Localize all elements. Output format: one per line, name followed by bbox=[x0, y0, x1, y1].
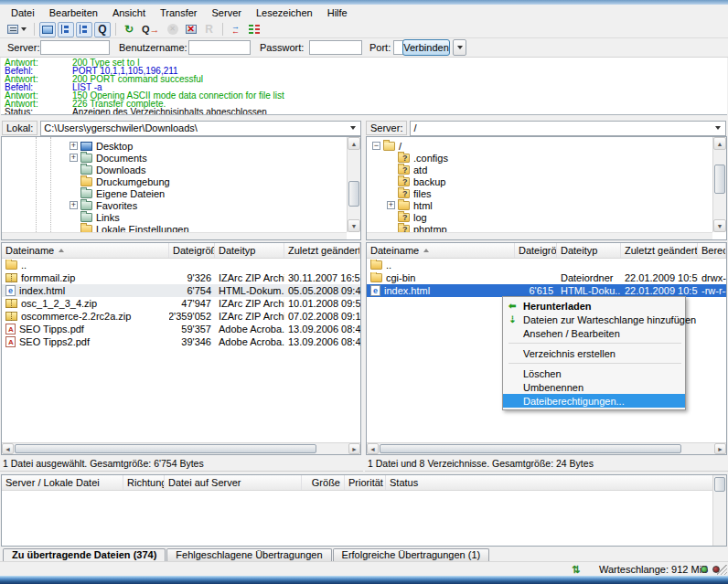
file-row-osc-zip[interactable]: osc_1_2_3_4.zip 47'947IZArc ZIP Archi...… bbox=[2, 297, 360, 310]
tree-item-favorites[interactable]: +Favorites bbox=[70, 199, 347, 211]
expand-icon[interactable]: + bbox=[70, 154, 78, 162]
expand-icon[interactable]: + bbox=[387, 201, 395, 209]
column-header-prioritaet[interactable]: Priorität bbox=[345, 475, 386, 490]
site-manager-button[interactable] bbox=[5, 22, 29, 37]
local-tree-hscrollbar[interactable] bbox=[2, 232, 347, 239]
column-header-dateityp[interactable]: Dateityp bbox=[557, 243, 621, 258]
toggle-log-button[interactable] bbox=[39, 22, 56, 37]
tree-item-atd[interactable]: atd bbox=[372, 164, 712, 175]
column-header-zuletzt-geaendert[interactable]: Zuletzt geändert bbox=[284, 243, 360, 258]
scroll-down-icon[interactable]: ▼ bbox=[713, 219, 726, 232]
local-path-combo[interactable]: C:\Users\ygerschwiler\Downloads\ bbox=[40, 121, 361, 136]
column-header-groesse[interactable]: Größe bbox=[302, 475, 345, 490]
chevron-down-icon[interactable] bbox=[712, 122, 724, 134]
connect-options-dropdown[interactable] bbox=[453, 39, 466, 56]
scroll-right-icon[interactable]: ► bbox=[348, 443, 360, 454]
tab-erfolgreiche-uebertragungen[interactable]: Erfolgreiche Übertragungen (1) bbox=[333, 548, 490, 561]
tree-item-phptmp[interactable]: phptmp bbox=[372, 223, 712, 232]
menu-item-dateiberechtigungen[interactable]: Dateiberechtigungen... bbox=[503, 394, 685, 408]
process-queue-button[interactable]: Q→ bbox=[139, 22, 163, 37]
column-header-berechtigungen[interactable]: Berecht bbox=[698, 243, 726, 258]
collapse-icon[interactable]: − bbox=[372, 142, 380, 150]
filter-button[interactable]: →← bbox=[228, 22, 244, 37]
file-row-up[interactable]: .. bbox=[2, 259, 360, 271]
menu-bearbeiten[interactable]: Bearbeiten bbox=[42, 5, 105, 20]
scroll-up-icon[interactable]: ▲ bbox=[348, 137, 360, 150]
toggle-queue-button[interactable]: Q bbox=[94, 22, 111, 37]
tree-item-downloads[interactable]: Downloads bbox=[70, 164, 347, 175]
remote-path-combo[interactable]: / bbox=[410, 121, 726, 136]
cancel-button[interactable]: ✕ bbox=[165, 22, 181, 37]
menu-ansicht[interactable]: Ansicht bbox=[105, 5, 153, 20]
scroll-thumb[interactable] bbox=[714, 477, 725, 492]
column-header-dateiname[interactable]: Dateiname bbox=[367, 243, 515, 258]
scroll-thumb[interactable] bbox=[380, 444, 681, 453]
column-header-richtung[interactable]: Richtung bbox=[123, 475, 165, 490]
tree-item-root[interactable]: −/ bbox=[372, 140, 712, 152]
local-tree-vscrollbar[interactable]: ▲ ▼ bbox=[347, 137, 360, 232]
disconnect-button[interactable] bbox=[183, 22, 199, 37]
tree-item-links[interactable]: Links bbox=[70, 211, 347, 223]
menu-item-verzeichnis-erstellen[interactable]: Verzeichnis erstellen bbox=[503, 346, 685, 360]
scroll-thumb[interactable] bbox=[348, 181, 359, 207]
queue-vscrollbar[interactable] bbox=[712, 475, 726, 546]
tree-item-log[interactable]: log bbox=[372, 211, 712, 223]
scroll-left-icon[interactable]: ◄ bbox=[2, 443, 14, 454]
column-header-dateigroesse[interactable]: Dateigröße bbox=[169, 243, 215, 258]
tab-zu-uebertragende-dateien[interactable]: Zu übertragende Dateien (374) bbox=[3, 548, 166, 561]
expand-icon[interactable]: + bbox=[70, 142, 78, 150]
tree-item-backup[interactable]: backup bbox=[372, 175, 712, 187]
file-row-seo-tipps-pdf[interactable]: SEO Tipps.pdf 59'357Adobe Acroba...13.09… bbox=[2, 323, 360, 335]
tree-item-lokale-einstellungen[interactable]: Lokale Einstellungen bbox=[70, 223, 347, 232]
tree-item-html[interactable]: +html bbox=[372, 199, 712, 211]
menu-item-umbenennen[interactable]: Umbenennen bbox=[503, 380, 685, 394]
server-input[interactable] bbox=[40, 40, 110, 55]
tree-item-eigene-dateien[interactable]: Eigene Dateien bbox=[70, 187, 347, 199]
tree-item-desktop[interactable]: +Desktop bbox=[70, 140, 347, 152]
tree-item-configs[interactable]: .configs bbox=[372, 152, 712, 164]
local-list-hscrollbar[interactable]: ◄ ► bbox=[2, 442, 360, 454]
menu-transfer[interactable]: Transfer bbox=[153, 5, 205, 20]
refresh-button[interactable]: ↻ bbox=[121, 22, 137, 37]
column-header-dateityp[interactable]: Dateityp bbox=[215, 243, 284, 258]
menu-item-ansehen-bearbeiten[interactable]: Ansehen / Bearbeiten bbox=[503, 326, 685, 340]
tree-item-files[interactable]: files bbox=[372, 187, 712, 199]
column-header-server-lokale-datei[interactable]: Server / Lokale Datei bbox=[2, 475, 123, 490]
directory-comparison-button[interactable] bbox=[246, 22, 262, 37]
menu-item-loeschen[interactable]: Löschen bbox=[503, 366, 685, 380]
reconnect-button[interactable]: R bbox=[201, 22, 218, 37]
toggle-local-tree-button[interactable] bbox=[58, 22, 74, 37]
scroll-right-icon[interactable]: ► bbox=[714, 443, 726, 454]
menu-server[interactable]: Server bbox=[205, 5, 249, 20]
toggle-remote-tree-button[interactable] bbox=[76, 22, 92, 37]
tree-item-druckumgebung[interactable]: Druckumgebung bbox=[70, 175, 347, 187]
file-row-seo-tipps2-pdf[interactable]: SEO Tipps2.pdf 39'346Adobe Acroba...13.0… bbox=[2, 335, 360, 348]
file-row-oscommerce-zip[interactable]: oscommerce-2.2rc2a.zip 2'359'052IZArc ZI… bbox=[2, 310, 360, 323]
column-header-status[interactable]: Status bbox=[386, 475, 726, 490]
chevron-down-icon[interactable] bbox=[347, 122, 359, 134]
scroll-thumb[interactable] bbox=[15, 444, 316, 453]
file-row-index-html-selected[interactable]: index.html 6'615HTML-Doku...22.01.2009 1… bbox=[367, 284, 726, 297]
menu-datei[interactable]: Datei bbox=[4, 5, 42, 20]
menu-item-warteschlange-hinzufuegen[interactable]: ⇣Dateien zur Warteschlange hinzufügen bbox=[503, 313, 685, 326]
scroll-thumb[interactable] bbox=[714, 165, 725, 194]
column-header-datei-auf-server[interactable]: Datei auf Server bbox=[165, 475, 302, 490]
scroll-up-icon[interactable]: ▲ bbox=[713, 137, 726, 150]
menu-hilfe[interactable]: Hilfe bbox=[320, 5, 355, 20]
menu-item-herunterladen[interactable]: ⬅Herunterladen bbox=[503, 299, 685, 313]
file-row-index-html-selected[interactable]: index.html 6'754HTML-Dokum...05.05.2008 … bbox=[2, 284, 360, 297]
remote-list-hscrollbar[interactable]: ◄ ► bbox=[367, 442, 726, 454]
password-input[interactable] bbox=[309, 40, 362, 55]
file-row-cgi-bin[interactable]: cgi-bin Dateiordner22.01.2009 10:59:00dr… bbox=[367, 271, 726, 284]
scroll-left-icon[interactable]: ◄ bbox=[367, 443, 379, 454]
resize-grip-icon[interactable] bbox=[717, 565, 727, 575]
scroll-down-icon[interactable]: ▼ bbox=[348, 219, 360, 232]
column-header-zuletzt-geaendert[interactable]: Zuletzt geändert bbox=[621, 243, 698, 258]
expand-icon[interactable]: + bbox=[70, 201, 78, 209]
column-header-dateiname[interactable]: Dateiname bbox=[2, 243, 169, 258]
file-row-up[interactable]: .. bbox=[367, 259, 726, 271]
username-input[interactable] bbox=[188, 40, 251, 55]
tab-fehlgeschlagene-uebertragungen[interactable]: Fehlgeschlagene Übertragungen bbox=[166, 548, 331, 561]
remote-tree-hscrollbar[interactable] bbox=[367, 232, 712, 239]
menu-lesezeichen[interactable]: Lesezeichen bbox=[249, 5, 320, 20]
